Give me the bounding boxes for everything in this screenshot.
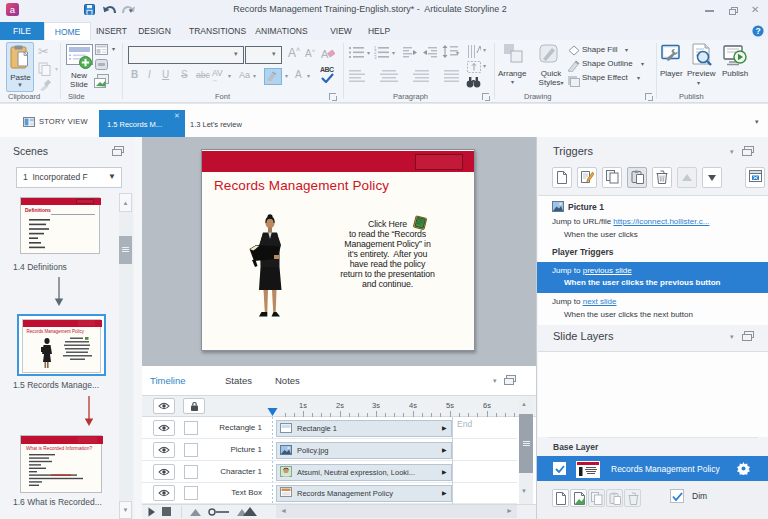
svg-text:?: ? [755, 26, 760, 36]
svg-text:2s: 2s [336, 401, 344, 410]
svg-text:3s: 3s [372, 401, 380, 410]
svg-text:a: a [10, 4, 16, 15]
svg-text:6s: 6s [483, 401, 491, 410]
svg-text:1s: 1s [299, 401, 307, 410]
svg-text:5s: 5s [446, 401, 454, 410]
svg-text:4s: 4s [409, 401, 417, 410]
svg-text:3: 3 [374, 55, 377, 60]
